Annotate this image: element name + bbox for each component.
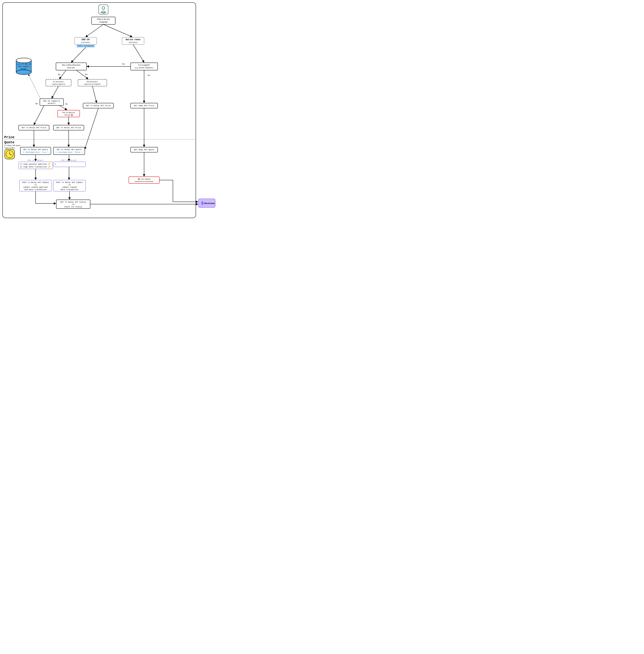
edge bbox=[71, 47, 86, 62]
edge bbox=[59, 70, 66, 79]
svg-text:permit?: permit? bbox=[48, 103, 55, 105]
svg-text:2) Sign meta transaction 🔑: 2) Sign meta transaction 🔑 bbox=[20, 165, 50, 168]
permit-q bbox=[40, 99, 64, 106]
svg-text:GET Tx Relay API Price: GET Tx Relay API Price bbox=[86, 105, 111, 107]
edge-db bbox=[28, 74, 40, 99]
permit-db: List of ERC-20 that support permit bbox=[16, 58, 31, 75]
edge bbox=[34, 106, 44, 125]
svg-text:to: to bbox=[72, 203, 74, 205]
diagram-canvas: User What is the user swapping? ERC-20 (… bbox=[0, 0, 217, 221]
eip-b: EIP-712 object bbox=[61, 159, 77, 161]
svg-text:Is it wrapped?: Is it wrapped? bbox=[138, 64, 150, 66]
svg-text:meta transaction: meta transaction bbox=[61, 188, 78, 190]
svg-text:(sell token): (sell token) bbox=[129, 41, 137, 43]
edge bbox=[104, 24, 132, 37]
svg-text:to: to bbox=[34, 184, 37, 186]
start-line1: What is the user bbox=[97, 18, 110, 20]
edge bbox=[85, 108, 98, 149]
svg-text:approval not required: approval not required bbox=[85, 83, 100, 85]
svg-text:submit signed: submit signed bbox=[62, 186, 77, 188]
section-price: Price bbox=[4, 135, 15, 139]
svg-text:GET Tx Relay API Status: GET Tx Relay API Status bbox=[60, 201, 86, 203]
svg-text:Native token: Native token bbox=[126, 39, 140, 41]
quote-a bbox=[20, 147, 51, 155]
svg-text:submit signed approval: submit signed approval bbox=[23, 186, 48, 188]
svg-text:ERC-20 supports: ERC-20 supports bbox=[43, 100, 60, 102]
lbl-yes: Yes bbox=[122, 63, 125, 65]
edge bbox=[133, 44, 144, 62]
start-line2: swapping? bbox=[99, 21, 108, 23]
svg-text:No: No bbox=[65, 103, 68, 105]
svg-text:(sell token): (sell token) bbox=[82, 41, 90, 43]
eip-a: EIP-712 object bbox=[28, 159, 43, 161]
svg-text:POST Tx Relay API Submit: POST Tx Relay API Submit bbox=[56, 181, 83, 183]
svg-text:Yes: Yes bbox=[85, 73, 88, 76]
edge bbox=[36, 191, 56, 203]
svg-text:with gas ⛽: with gas ⛽ bbox=[64, 114, 73, 116]
svg-text:1) Sign gasless approval 🔑: 1) Sign gasless approval 🔑 bbox=[20, 163, 50, 165]
svg-text:No: No bbox=[58, 73, 60, 76]
edge bbox=[92, 86, 97, 103]
svg-text:Yes: Yes bbox=[35, 102, 38, 105]
svg-text:GET Swap API Quote: GET Swap API Quote bbox=[134, 149, 154, 151]
svg-text:permit: permit bbox=[21, 68, 27, 70]
svg-text:and meta transaction: and meta transaction bbox=[24, 188, 47, 190]
svg-text:{ checkApproval: true }: { checkApproval: true } bbox=[23, 151, 48, 153]
svg-text:Has allowance,: Has allowance, bbox=[87, 81, 98, 83]
svg-point-23 bbox=[16, 70, 31, 75]
svg-text:check txn status: check txn status bbox=[64, 206, 82, 208]
svg-text:⛽ User submits: ⛽ User submits bbox=[138, 178, 151, 180]
edge bbox=[59, 106, 67, 110]
blockchain-node: Blockchain bbox=[198, 199, 215, 207]
svg-text:requires approval: requires approval bbox=[52, 83, 65, 85]
svg-text:GET Tx Relay API Quote: GET Tx Relay API Quote bbox=[56, 149, 81, 151]
native-node: Native token (sell token) bbox=[122, 37, 144, 44]
svg-text:transaction to blockchain: transaction to blockchain bbox=[135, 180, 154, 182]
svg-text:been set?: been set? bbox=[67, 66, 75, 69]
sign-b bbox=[53, 162, 86, 167]
quote-note-2: expire in 30s) bbox=[4, 147, 15, 149]
svg-text:List of ERC-20: List of ERC-20 bbox=[17, 63, 31, 65]
edge bbox=[159, 180, 198, 202]
svg-text:to: to bbox=[68, 184, 70, 186]
quote-b bbox=[53, 147, 85, 155]
svg-text:ERC-20: ERC-20 bbox=[82, 38, 90, 41]
svg-text:Has a token allowance: Has a token allowance bbox=[62, 64, 80, 66]
svg-text:(e.g. WETH, WMATIC): (e.g. WETH, WMATIC) bbox=[135, 67, 153, 69]
user-label: User bbox=[102, 12, 105, 14]
section-quote: Quote bbox=[4, 140, 15, 144]
svg-text:Blockchain: Blockchain bbox=[204, 202, 215, 204]
user-icon: User bbox=[99, 5, 108, 14]
svg-text:No allowance,: No allowance, bbox=[53, 81, 64, 83]
edge bbox=[52, 86, 59, 98]
svg-text:GET Tx Relay API Price: GET Tx Relay API Price bbox=[56, 127, 81, 129]
svg-text:POST Tx Relay API Submit: POST Tx Relay API Submit bbox=[22, 181, 49, 183]
svg-text:1: 1 bbox=[55, 163, 56, 165]
svg-text:Pay for approval: Pay for approval bbox=[62, 111, 75, 113]
clock-icon bbox=[5, 149, 15, 159]
lbl-no: No bbox=[147, 74, 150, 76]
svg-text:{ checkApproval: false }: { checkApproval: false } bbox=[55, 151, 83, 153]
svg-text:GET Swap API Price: GET Swap API Price bbox=[134, 105, 154, 107]
svg-point-24 bbox=[16, 58, 31, 63]
edge bbox=[86, 24, 104, 37]
quote-note-1: (Tx Relay API quotes bbox=[4, 144, 21, 146]
svg-text:GET Tx Relay API Price: GET Tx Relay API Price bbox=[22, 127, 46, 129]
svg-text:that support: that support bbox=[18, 66, 30, 67]
svg-text:check allowance: check allowance bbox=[77, 45, 94, 47]
svg-text:GET Tx Relay API Quote: GET Tx Relay API Quote bbox=[23, 149, 48, 151]
erc20-node: ERC-20 (sell token) check allowance bbox=[75, 37, 97, 47]
